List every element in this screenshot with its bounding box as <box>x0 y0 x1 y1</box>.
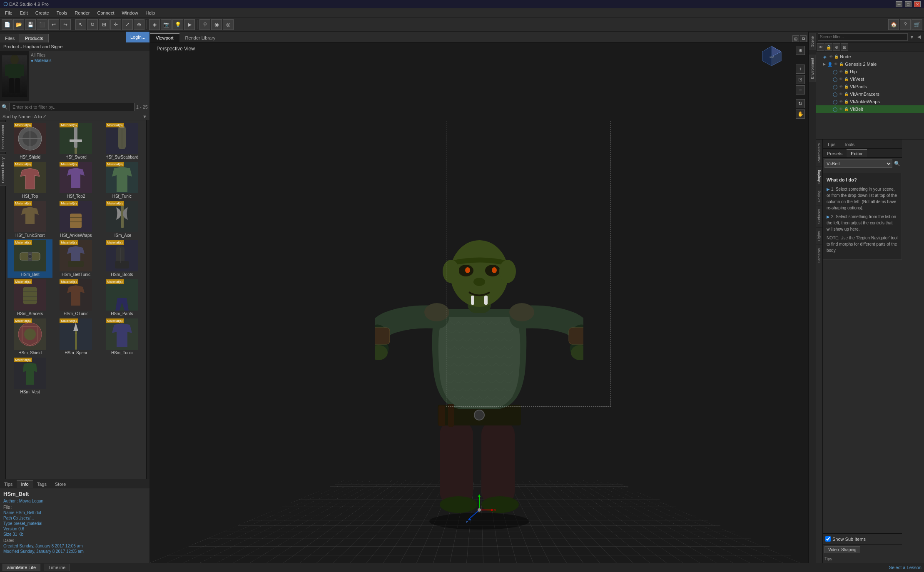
product-item-hsm_otunic[interactable]: Material(s) HSm_OTunic <box>53 279 98 317</box>
video-lesson-button[interactable]: Video: Shaping <box>824 546 860 553</box>
scene-tree-item-genesis-2-male[interactable]: ▶ 👤 👁 🔒 Genesis 2 Male <box>816 60 924 68</box>
scene-icon-1[interactable]: 👁 <box>817 43 824 51</box>
info-tab-tips[interactable]: Tips <box>0 480 17 488</box>
cameras-tab[interactable]: Cameras <box>816 244 822 267</box>
menu-edit[interactable]: Edit <box>17 10 31 16</box>
eye-icon[interactable]: 👁 <box>839 99 843 104</box>
minimize-button[interactable]: ─ <box>896 1 902 7</box>
light-tool[interactable]: 💡 <box>172 19 183 30</box>
redo-button[interactable]: ↪ <box>60 19 71 30</box>
show-sub-items-checkbox[interactable] <box>825 536 831 542</box>
vsr-environment-tab[interactable]: Environment <box>809 55 816 82</box>
menu-connect[interactable]: Connect <box>94 10 118 16</box>
lock-icon[interactable]: 🔒 <box>844 92 848 96</box>
vp-display-settings-button[interactable]: ⚙ <box>796 46 805 55</box>
scene-icon-3[interactable]: ⊕ <box>833 43 840 51</box>
eye-icon[interactable]: 👁 <box>839 77 843 81</box>
menu-tools[interactable]: Tools <box>53 10 71 16</box>
home-button[interactable]: 🏠 <box>888 19 899 30</box>
scene-tree-item-vkvest[interactable]: ◯ 👁 🔒 VkVest <box>816 75 924 83</box>
translate-tool[interactable]: ✛ <box>110 19 121 30</box>
product-item-hsm_belt[interactable]: Material(s) HSm_Belt <box>7 239 52 278</box>
lock-icon[interactable]: 🔒 <box>844 85 848 89</box>
all-files-label[interactable]: All Files <box>31 53 148 57</box>
shaping-tab[interactable]: Shaping <box>816 166 822 187</box>
product-item-hsf_top[interactable]: Material(s) HSf_Top <box>7 161 52 199</box>
posing-tab[interactable]: Posing <box>816 187 822 206</box>
lock-icon[interactable]: 🔒 <box>844 99 848 104</box>
product-item-hsm_boots[interactable]: Material(s) HSm_Boots <box>100 239 144 278</box>
smart-content-tab[interactable]: Smart Content <box>0 122 6 152</box>
surfaces-tab[interactable]: Surfaces <box>816 205 822 227</box>
new-file-button[interactable]: 📄 <box>2 19 12 30</box>
bottom-tab-timeline[interactable]: Timeline <box>44 564 70 571</box>
scene-collapse-button[interactable]: ◀ <box>916 34 922 40</box>
shape-select-dropdown[interactable]: VkBelt <box>824 159 892 168</box>
brush-tool[interactable]: ◎ <box>223 19 234 30</box>
save-file-button[interactable]: 💾 <box>25 19 36 30</box>
product-item-hsf_tunicshort[interactable]: Material(s) HSf_TunicShort <box>7 200 52 239</box>
scene-icon-2[interactable]: 🔒 <box>825 43 832 51</box>
vp-popout-button[interactable]: ⧉ <box>800 35 807 42</box>
viewport[interactable]: Perspective View 3D ⚙ + ⊡ − ↻ ✋ <box>150 42 808 563</box>
menu-create[interactable]: Create <box>32 10 52 16</box>
tab-presets[interactable]: Presets <box>823 150 847 157</box>
vp-zoom-out-button[interactable]: − <box>796 85 805 95</box>
lights-tab[interactable]: Lights <box>816 227 822 244</box>
lock-icon[interactable]: 🔒 <box>844 77 848 81</box>
rotate-tool[interactable]: ↻ <box>87 19 98 30</box>
product-item-hsm_bracers[interactable]: Material(s) HSm_Bracers <box>7 279 52 317</box>
scene-tree-item-vkanklewraps[interactable]: ◯ 👁 🔒 VkAnkleWraps <box>816 98 924 105</box>
product-item-hsm_tunic[interactable]: Material(s) HSm_Tunic <box>100 318 144 356</box>
camera-tool[interactable]: 📷 <box>161 19 172 30</box>
vp-zoom-in-button[interactable]: + <box>796 65 805 74</box>
scene-tree-item-vkbelt[interactable]: ◯ 👁 🔒 VkBelt <box>816 105 924 113</box>
select-tool[interactable]: ↖ <box>75 19 86 30</box>
eye-icon[interactable]: 👁 <box>834 62 838 66</box>
file-path-link[interactable]: C:/Users/... <box>13 516 34 520</box>
move-tool[interactable]: ⤢ <box>122 19 133 30</box>
vp-expand-button[interactable]: ⊞ <box>792 35 799 42</box>
product-item-hsf_anklewraps[interactable]: Material(s) HSf_AnkleWraps <box>53 200 98 239</box>
product-item-hsm_vest[interactable]: Material(s) HSm_Vest <box>7 357 52 395</box>
product-item-hsm_shield[interactable]: Material(s) HSm_Shield <box>7 318 52 356</box>
smooth-tool[interactable]: ◉ <box>211 19 222 30</box>
render-button[interactable]: ▶ <box>184 19 195 30</box>
eye-icon[interactable]: 👁 <box>839 107 843 111</box>
open-file-button[interactable]: 📂 <box>13 19 24 30</box>
scene-tree-item-vkpants[interactable]: ◯ 👁 🔒 VkPants <box>816 83 924 90</box>
product-item-hsf_swscabbard[interactable]: Material(s) HSf_SwScabbard <box>100 122 144 160</box>
lock-icon[interactable]: 🔒 <box>844 70 848 74</box>
product-item-hsm_axe[interactable]: Material(s) HSm_Axe <box>100 200 144 239</box>
store-button[interactable]: 🛒 <box>912 19 922 30</box>
scene-tree-item-hip[interactable]: ◯ 👁 🔒 Hip <box>816 68 924 75</box>
tab-editor[interactable]: Editor <box>847 149 867 157</box>
tab-tools[interactable]: Tools <box>839 141 859 148</box>
tab-tips[interactable]: Tips <box>823 141 839 148</box>
grid-scrollbar[interactable] <box>146 120 149 479</box>
product-item-hsm_spear[interactable]: Material(s) HSm_Spear <box>53 318 98 356</box>
help-button[interactable]: ? <box>900 19 911 30</box>
scene-filter-button[interactable]: ▼ <box>909 34 915 40</box>
scene-icon-4[interactable]: ⊞ <box>841 43 848 51</box>
product-item-hsf_sword[interactable]: Material(s) HSf_Sword <box>53 122 98 160</box>
product-item-hsf_shield[interactable]: Material(s) HSf_Shield <box>7 122 52 160</box>
menu-file[interactable]: File <box>2 10 16 16</box>
tab-viewport[interactable]: Viewport <box>150 33 179 42</box>
undo-button[interactable]: ↩ <box>48 19 59 30</box>
product-item-hsm_belttunic[interactable]: Material(s) HSm_BeltTunic <box>53 239 98 278</box>
tab-files[interactable]: Files <box>0 34 20 42</box>
params-tab[interactable]: Parameters <box>816 139 822 166</box>
save-as-button[interactable]: ⬛ <box>37 19 47 30</box>
perspective-tool[interactable]: ◈ <box>149 19 160 30</box>
scene-tree-item-vkarmbracers[interactable]: ◯ 👁 🔒 VkArmBracers <box>816 90 924 98</box>
search-input[interactable] <box>10 103 134 111</box>
content-library-tab[interactable]: Content Library <box>0 154 6 186</box>
lock-icon[interactable]: 🔒 <box>839 62 843 66</box>
info-tab-tags[interactable]: Tags <box>33 480 51 488</box>
vp-zoom-fit-button[interactable]: ⊡ <box>796 75 805 84</box>
menu-help[interactable]: Help <box>142 10 159 16</box>
info-tab-info[interactable]: Info <box>17 480 32 488</box>
bottom-tab-animmate[interactable]: animMate Lite <box>2 564 40 571</box>
tab-render-library[interactable]: Render Library <box>179 33 222 42</box>
